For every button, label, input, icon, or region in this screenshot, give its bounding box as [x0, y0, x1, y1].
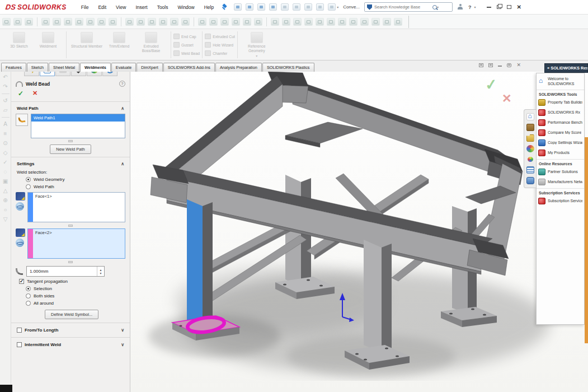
view-settings-icon[interactable]: [371, 18, 380, 26]
weld-path-list[interactable]: Weld Path1: [31, 114, 125, 138]
rotate-tool-icon[interactable]: ◇: [3, 150, 8, 156]
axis-tool-icon[interactable]: ⊕: [3, 198, 7, 203]
subscription-item[interactable]: Subscription Services: [537, 196, 584, 206]
options-icon[interactable]: [254, 18, 262, 26]
print-icon[interactable]: [269, 3, 277, 11]
tab-sheet-metal[interactable]: Sheet Metal: [49, 63, 79, 72]
face-set1-box[interactable]: Face<1>: [27, 192, 125, 222]
help-caret-icon[interactable]: ▾: [474, 5, 476, 9]
previous-view-icon[interactable]: [293, 18, 302, 26]
check-tool-icon[interactable]: ✓: [3, 160, 7, 165]
offset-entities-icon[interactable]: [97, 18, 106, 26]
face-set2-box[interactable]: Face<2>: [27, 228, 125, 259]
menu-help[interactable]: Help: [204, 4, 214, 10]
face-set1-item[interactable]: Face<1>: [33, 193, 54, 222]
cancel-feature-button[interactable]: ✕: [32, 90, 37, 97]
tab-sketch[interactable]: Sketch: [27, 63, 48, 72]
linear-pattern-icon[interactable]: [125, 18, 134, 26]
menu-edit[interactable]: Edit: [98, 4, 106, 10]
intermittent-weld-section[interactable]: Intermittent Weld ∨: [11, 339, 130, 351]
sketch-icon[interactable]: [41, 18, 50, 26]
performance-benchmark-item[interactable]: Performance Benchmark Test: [537, 118, 584, 128]
undo-sketch-icon[interactable]: ↶: [3, 74, 7, 80]
knowledge-base-search[interactable]: ▾: [364, 2, 453, 12]
weld-path-picker-button[interactable]: [16, 114, 28, 126]
convert-entities-icon[interactable]: [86, 18, 95, 26]
axis-icon[interactable]: [181, 18, 190, 26]
gusset-button[interactable]: Gusset: [173, 41, 200, 49]
section-view-icon[interactable]: [304, 18, 313, 26]
doc-minimize-icon[interactable]: [498, 66, 502, 67]
menu-window[interactable]: Window: [177, 4, 194, 10]
list-resize-handle[interactable]: [68, 140, 73, 142]
doc-close-icon[interactable]: ✕: [516, 63, 521, 68]
text-icon[interactable]: [159, 18, 167, 26]
search-input[interactable]: [374, 4, 430, 10]
relations-icon[interactable]: [64, 18, 72, 26]
minimize-button[interactable]: [487, 7, 491, 8]
zoom-area-icon[interactable]: [282, 18, 290, 26]
scene-icon[interactable]: [360, 18, 369, 26]
propagate-icon[interactable]: [16, 239, 24, 247]
confirm-cancel-icon[interactable]: ✕: [502, 92, 512, 105]
collapse-chevron-icon[interactable]: ∧: [121, 106, 124, 111]
all-around-radio[interactable]: All around: [11, 300, 130, 307]
smart-dimension-icon[interactable]: [53, 18, 61, 26]
tab-weldments[interactable]: Weldments: [80, 63, 111, 72]
note-tool-icon[interactable]: ≡: [4, 131, 7, 137]
property-tab-builder-item[interactable]: Property Tab Builder: [537, 97, 584, 108]
settings-section-header[interactable]: Settings ∧: [11, 158, 130, 169]
extruded-cut-button[interactable]: Extruded Cut: [205, 32, 235, 40]
redo-icon[interactable]: [293, 3, 300, 11]
menu-view[interactable]: View: [116, 4, 126, 10]
radio-icon[interactable]: [26, 301, 31, 306]
solidworks-logo[interactable]: DS SOLIDWORKS: [6, 3, 67, 11]
weld-path-radio[interactable]: Weld Path: [11, 183, 130, 190]
document-name-short[interactable]: Conve...: [343, 4, 360, 10]
rebuild-icon[interactable]: [316, 3, 324, 11]
new-weld-path-button[interactable]: New Weld Path: [50, 144, 91, 154]
weld-geometry-radio[interactable]: Weld Geometry: [11, 176, 130, 183]
options-gear-icon[interactable]: [328, 3, 336, 11]
radio-icon[interactable]: [26, 177, 31, 182]
plane-tool-icon[interactable]: △: [3, 188, 8, 194]
doc-restore-icon[interactable]: [488, 63, 493, 67]
menu-file[interactable]: File: [81, 4, 89, 10]
fillet-icon[interactable]: [137, 18, 145, 26]
weld-bead-button[interactable]: Weld Bead: [173, 49, 200, 57]
forum-icon[interactable]: [526, 177, 534, 184]
checkbox-icon[interactable]: [17, 328, 22, 333]
bead-size-spinbox[interactable]: 1.000mm ▲ ▼: [26, 266, 105, 277]
curve-tool-icon[interactable]: ◌: [4, 169, 7, 175]
help-circle-icon[interactable]: ?: [119, 81, 125, 87]
radio-icon[interactable]: [26, 293, 31, 298]
close-button[interactable]: ✕: [517, 4, 521, 10]
plane-icon[interactable]: [170, 18, 178, 26]
tangent-propagation-checkbox[interactable]: Tangent propagation: [11, 278, 130, 285]
custom-properties-icon[interactable]: [526, 166, 534, 174]
copy-settings-item[interactable]: Copy Settings Wizard: [537, 138, 584, 148]
tab-analysis-preparation[interactable]: Analysis Preparation: [215, 63, 262, 72]
both-sides-radio[interactable]: Both sides: [11, 292, 130, 300]
appearance-icon[interactable]: [25, 18, 33, 26]
restore-button[interactable]: [497, 5, 501, 9]
confirm-ok-icon[interactable]: ✓: [484, 76, 498, 94]
home-icon[interactable]: [526, 113, 534, 120]
save-icon[interactable]: [257, 3, 265, 11]
text-tool-icon[interactable]: A: [3, 122, 7, 127]
partner-solutions-item[interactable]: Partner Solutions: [537, 167, 584, 177]
chamfer-button[interactable]: Chamfer: [205, 49, 235, 57]
from-to-length-section[interactable]: From/To Length ∨: [11, 324, 130, 336]
define-weld-symbol-button[interactable]: Define Weld Symbol...: [45, 310, 98, 319]
tab-solidworks-plastics[interactable]: SOLIDWORKS Plastics: [262, 63, 314, 72]
conveyor-frame-model[interactable]: [130, 60, 588, 381]
chevron-down-icon[interactable]: ▾: [337, 5, 338, 9]
manufacturers-item[interactable]: Manufacturers Network: [537, 177, 584, 187]
expand-chevron-icon[interactable]: ∨: [121, 328, 124, 333]
collapse-chevron-icon[interactable]: ∧: [121, 161, 124, 166]
rotate-view-icon[interactable]: [394, 18, 402, 26]
style-tool-icon[interactable]: ▱: [3, 108, 8, 113]
compare-my-score-item[interactable]: Compare My Score: [537, 128, 584, 138]
measure-icon[interactable]: [209, 18, 218, 26]
selected-front-left-leg[interactable]: [187, 199, 213, 335]
